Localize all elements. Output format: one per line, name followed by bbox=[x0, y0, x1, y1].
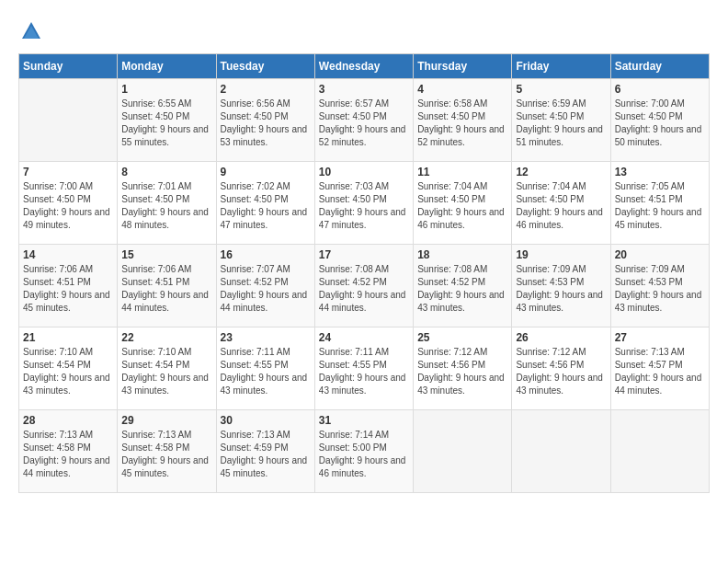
header-friday: Friday bbox=[512, 54, 610, 79]
day-number: 25 bbox=[417, 331, 507, 344]
day-info: Sunrise: 7:02 AMSunset: 4:50 PMDaylight:… bbox=[221, 180, 311, 232]
calendar-cell: 28 Sunrise: 7:13 AMSunset: 4:58 PMDaylig… bbox=[19, 410, 118, 493]
calendar-cell: 10 Sunrise: 7:03 AMSunset: 4:50 PMDaylig… bbox=[314, 162, 413, 245]
week-row-5: 28 Sunrise: 7:13 AMSunset: 4:58 PMDaylig… bbox=[19, 410, 710, 493]
day-number: 22 bbox=[121, 331, 211, 344]
day-number: 15 bbox=[121, 248, 211, 261]
day-info: Sunrise: 6:58 AMSunset: 4:50 PMDaylight:… bbox=[417, 98, 507, 149]
day-number: 3 bbox=[319, 83, 409, 96]
header-monday: Monday bbox=[118, 54, 216, 79]
day-number: 19 bbox=[516, 248, 606, 261]
day-number: 18 bbox=[417, 248, 507, 261]
day-info: Sunrise: 7:09 AMSunset: 4:53 PMDaylight:… bbox=[615, 263, 705, 315]
calendar-cell: 21 Sunrise: 7:10 AMSunset: 4:54 PMDaylig… bbox=[19, 327, 118, 410]
calendar-cell bbox=[19, 79, 118, 162]
day-number: 2 bbox=[221, 83, 311, 96]
week-row-4: 21 Sunrise: 7:10 AMSunset: 4:54 PMDaylig… bbox=[19, 327, 710, 410]
calendar-cell: 9 Sunrise: 7:02 AMSunset: 4:50 PMDayligh… bbox=[216, 162, 314, 245]
day-info: Sunrise: 7:13 AMSunset: 4:58 PMDaylight:… bbox=[23, 429, 113, 480]
day-info: Sunrise: 6:55 AMSunset: 4:50 PMDaylight:… bbox=[121, 98, 211, 149]
day-number: 21 bbox=[23, 331, 113, 344]
header-tuesday: Tuesday bbox=[216, 54, 314, 79]
day-info: Sunrise: 7:12 AMSunset: 4:56 PMDaylight:… bbox=[417, 346, 507, 397]
calendar-cell: 24 Sunrise: 7:11 AMSunset: 4:55 PMDaylig… bbox=[314, 327, 413, 410]
calendar-cell: 29 Sunrise: 7:13 AMSunset: 4:58 PMDaylig… bbox=[118, 410, 216, 493]
day-info: Sunrise: 7:11 AMSunset: 4:55 PMDaylight:… bbox=[319, 346, 409, 397]
header-wednesday: Wednesday bbox=[314, 54, 413, 79]
calendar-cell: 20 Sunrise: 7:09 AMSunset: 4:53 PMDaylig… bbox=[610, 245, 709, 327]
header-sunday: Sunday bbox=[19, 54, 118, 79]
day-info: Sunrise: 7:06 AMSunset: 4:51 PMDaylight:… bbox=[121, 263, 211, 315]
calendar-cell bbox=[512, 410, 610, 493]
day-info: Sunrise: 7:01 AMSunset: 4:50 PMDaylight:… bbox=[121, 180, 211, 232]
day-info: Sunrise: 7:10 AMSunset: 4:54 PMDaylight:… bbox=[121, 346, 211, 397]
day-number: 17 bbox=[319, 248, 409, 261]
day-number: 12 bbox=[516, 166, 606, 178]
calendar-cell: 18 Sunrise: 7:08 AMSunset: 4:52 PMDaylig… bbox=[414, 245, 512, 327]
calendar-cell: 31 Sunrise: 7:14 AMSunset: 5:00 PMDaylig… bbox=[314, 410, 413, 493]
calendar-cell: 13 Sunrise: 7:05 AMSunset: 4:51 PMDaylig… bbox=[610, 162, 709, 245]
day-number: 29 bbox=[121, 414, 211, 427]
calendar-cell: 12 Sunrise: 7:04 AMSunset: 4:50 PMDaylig… bbox=[512, 162, 610, 245]
calendar-cell: 25 Sunrise: 7:12 AMSunset: 4:56 PMDaylig… bbox=[414, 327, 512, 410]
calendar-cell: 8 Sunrise: 7:01 AMSunset: 4:50 PMDayligh… bbox=[118, 162, 216, 245]
calendar-cell: 15 Sunrise: 7:06 AMSunset: 4:51 PMDaylig… bbox=[118, 245, 216, 327]
calendar-cell: 16 Sunrise: 7:07 AMSunset: 4:52 PMDaylig… bbox=[216, 245, 314, 327]
day-number: 11 bbox=[417, 166, 507, 178]
week-row-2: 7 Sunrise: 7:00 AMSunset: 4:50 PMDayligh… bbox=[19, 162, 710, 245]
day-info: Sunrise: 7:08 AMSunset: 4:52 PMDaylight:… bbox=[319, 263, 409, 315]
header-row: SundayMondayTuesdayWednesdayThursdayFrid… bbox=[19, 54, 710, 79]
calendar-cell bbox=[610, 410, 709, 493]
day-info: Sunrise: 7:05 AMSunset: 4:51 PMDaylight:… bbox=[615, 180, 705, 232]
day-number: 1 bbox=[121, 83, 211, 96]
day-info: Sunrise: 7:09 AMSunset: 4:53 PMDaylight:… bbox=[516, 263, 606, 315]
day-number: 23 bbox=[221, 331, 311, 344]
calendar-cell: 23 Sunrise: 7:11 AMSunset: 4:55 PMDaylig… bbox=[216, 327, 314, 410]
day-number: 10 bbox=[319, 166, 409, 178]
day-info: Sunrise: 6:57 AMSunset: 4:50 PMDaylight:… bbox=[319, 98, 409, 149]
logo bbox=[18, 18, 48, 44]
day-number: 5 bbox=[516, 83, 606, 96]
calendar-cell: 4 Sunrise: 6:58 AMSunset: 4:50 PMDayligh… bbox=[414, 79, 512, 162]
day-number: 13 bbox=[615, 166, 705, 178]
calendar-cell: 14 Sunrise: 7:06 AMSunset: 4:51 PMDaylig… bbox=[19, 245, 118, 327]
day-number: 14 bbox=[23, 248, 113, 261]
header-saturday: Saturday bbox=[610, 54, 709, 79]
day-info: Sunrise: 7:00 AMSunset: 4:50 PMDaylight:… bbox=[23, 180, 113, 232]
calendar-cell: 22 Sunrise: 7:10 AMSunset: 4:54 PMDaylig… bbox=[118, 327, 216, 410]
day-number: 16 bbox=[221, 248, 311, 261]
day-number: 7 bbox=[23, 166, 113, 178]
calendar-table: SundayMondayTuesdayWednesdayThursdayFrid… bbox=[18, 53, 710, 493]
calendar-cell: 7 Sunrise: 7:00 AMSunset: 4:50 PMDayligh… bbox=[19, 162, 118, 245]
day-number: 4 bbox=[417, 83, 507, 96]
calendar-cell: 3 Sunrise: 6:57 AMSunset: 4:50 PMDayligh… bbox=[314, 79, 413, 162]
day-number: 31 bbox=[319, 414, 409, 427]
day-info: Sunrise: 6:59 AMSunset: 4:50 PMDaylight:… bbox=[516, 98, 606, 149]
day-number: 28 bbox=[23, 414, 113, 427]
logo-icon bbox=[18, 18, 44, 44]
header-thursday: Thursday bbox=[414, 54, 512, 79]
day-info: Sunrise: 7:00 AMSunset: 4:50 PMDaylight:… bbox=[615, 98, 705, 149]
day-info: Sunrise: 7:13 AMSunset: 4:57 PMDaylight:… bbox=[615, 346, 705, 397]
calendar-cell: 17 Sunrise: 7:08 AMSunset: 4:52 PMDaylig… bbox=[314, 245, 413, 327]
day-number: 26 bbox=[516, 331, 606, 344]
calendar-cell: 30 Sunrise: 7:13 AMSunset: 4:59 PMDaylig… bbox=[216, 410, 314, 493]
day-number: 9 bbox=[221, 166, 311, 178]
calendar-cell: 27 Sunrise: 7:13 AMSunset: 4:57 PMDaylig… bbox=[610, 327, 709, 410]
week-row-3: 14 Sunrise: 7:06 AMSunset: 4:51 PMDaylig… bbox=[19, 245, 710, 327]
page-header bbox=[18, 18, 710, 44]
calendar-cell: 5 Sunrise: 6:59 AMSunset: 4:50 PMDayligh… bbox=[512, 79, 610, 162]
day-info: Sunrise: 7:07 AMSunset: 4:52 PMDaylight:… bbox=[221, 263, 311, 315]
day-info: Sunrise: 7:11 AMSunset: 4:55 PMDaylight:… bbox=[221, 346, 311, 397]
day-number: 6 bbox=[615, 83, 705, 96]
day-info: Sunrise: 7:04 AMSunset: 4:50 PMDaylight:… bbox=[516, 180, 606, 232]
calendar-cell: 1 Sunrise: 6:55 AMSunset: 4:50 PMDayligh… bbox=[118, 79, 216, 162]
day-number: 20 bbox=[615, 248, 705, 261]
day-number: 24 bbox=[319, 331, 409, 344]
day-info: Sunrise: 7:04 AMSunset: 4:50 PMDaylight:… bbox=[417, 180, 507, 232]
calendar-cell: 11 Sunrise: 7:04 AMSunset: 4:50 PMDaylig… bbox=[414, 162, 512, 245]
day-info: Sunrise: 7:10 AMSunset: 4:54 PMDaylight:… bbox=[23, 346, 113, 397]
day-info: Sunrise: 7:06 AMSunset: 4:51 PMDaylight:… bbox=[23, 263, 113, 315]
day-info: Sunrise: 7:08 AMSunset: 4:52 PMDaylight:… bbox=[417, 263, 507, 315]
day-info: Sunrise: 7:13 AMSunset: 4:59 PMDaylight:… bbox=[221, 429, 311, 480]
